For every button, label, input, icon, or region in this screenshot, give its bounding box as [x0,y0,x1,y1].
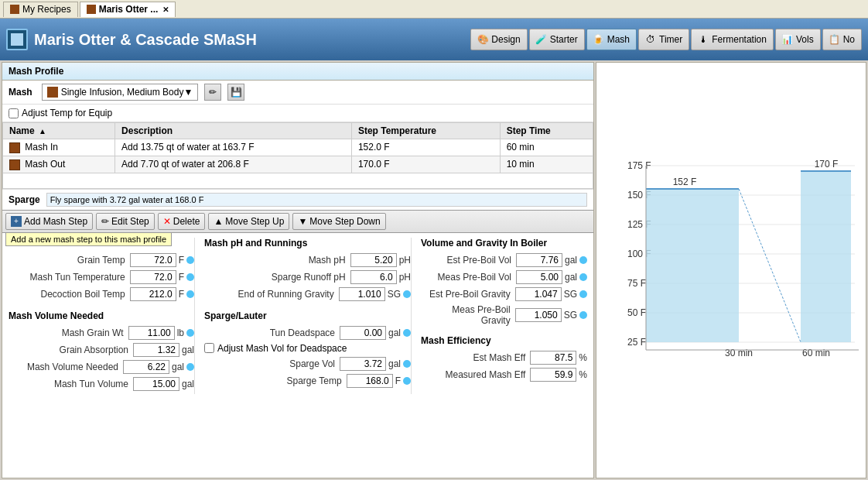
sparge-field[interactable] [46,193,587,207]
sparge-vol-row: Sparge Vol gal [204,357,411,371]
col1: Mash Initial Conditions Grain Temp F Mas… [9,238,194,394]
table-row[interactable]: Mash Out Add 7.70 qt of water at 206.8 F… [3,156,593,173]
mash-profile-dropdown[interactable]: Single Infusion, Medium Body ▼ [42,84,199,101]
tun-deadspace-row: Tun Deadspace gal [204,326,411,340]
grain-temp-dot [186,256,194,264]
meas-preboil-vol-unit: gal [565,272,577,283]
est-preboil-vol-unit: gal [565,255,577,266]
sparge-runoff-ph-label: Sparge Runoff pH [204,272,350,283]
mash-tun-volume-label: Mash Tun Volume [9,379,133,389]
row-step-temp: 152.0 F [351,139,500,156]
meas-preboil-gravity-dot [579,311,587,319]
row-name: Mash Out [3,156,115,173]
col-description[interactable]: Description [115,123,352,139]
app-header: Maris Otter & Cascade SMaSH 🎨 Design 🧪 S… [0,19,868,60]
mash-vol-needed-unit: gal [172,362,184,372]
meas-preboil-vol-label: Meas Pre-Boil Vol [421,272,516,283]
chart-container: 175 F 150 F 125 F 100 F 75 F 50 F 25 F [596,63,866,478]
sparge-vol-input[interactable] [340,357,386,371]
app-logo [6,29,28,50]
tab-my-recipes[interactable]: My Recipes [3,2,78,17]
grain-temp-input[interactable] [130,253,176,267]
meas-preboil-vol-input[interactable] [516,270,562,284]
est-mash-eff-label: Est Mash Eff [421,352,530,363]
vols-icon: 📊 [782,34,793,45]
add-mash-step-button[interactable]: + Add Mash Step [5,213,93,230]
row-step-temp: 170.0 F [351,156,500,173]
col3: Volume and Gravity In Boiler Est Pre-Boi… [411,238,587,394]
est-preboil-vol-row: Est Pre-Boil Vol gal [421,253,587,267]
adjust-temp-checkbox-label[interactable]: Adjust Temp for Equip [9,108,112,118]
nav-vols-button[interactable]: 📊 Vols [775,29,821,50]
decoction-boil-temp-input[interactable] [130,287,176,301]
est-preboil-vol-input[interactable] [516,253,562,267]
grain-absorption-label: Grain Absorption [9,345,133,355]
tab-bar: My Recipes Maris Otter ... ✕ [0,0,868,19]
table-row[interactable]: Mash In Add 13.75 qt of water at 163.7 F… [3,139,593,156]
nav-no-button[interactable]: 📋 No [822,29,862,50]
adjust-mash-vol-checkbox[interactable] [204,343,214,353]
sparge-vol-label: Sparge Vol [204,358,340,369]
meas-preboil-vol-row: Meas Pre-Boil Vol gal [421,270,587,284]
adjust-temp-row: Adjust Temp for Equip [2,105,593,122]
meas-preboil-gravity-unit: SG [564,310,577,321]
est-preboil-vol-label: Est Pre-Boil Vol [421,255,516,266]
nav-mash-button[interactable]: 🍺 Mash [586,29,637,50]
mash-grain-wt-input[interactable] [128,326,175,340]
move-down-button[interactable]: ▼ Move Step Down [292,213,385,230]
tun-deadspace-input[interactable] [340,326,386,340]
meas-preboil-gravity-input[interactable] [515,308,562,322]
no-icon: 📋 [829,34,840,45]
timer-icon: ⏱ [645,34,656,45]
est-preboil-gravity-row: Est Pre-Boil Gravity SG [421,287,587,301]
est-preboil-gravity-dot [579,290,587,298]
end-running-gravity-dot [403,290,411,298]
mash-profile-edit-button[interactable]: ✏ [204,84,221,101]
sparge-vol-unit: gal [388,358,401,369]
meas-preboil-gravity-row: Meas Pre-Boil Gravity SG [421,304,587,326]
col-step-temp[interactable]: Step Temperature [351,123,500,139]
mash-ph-input[interactable] [350,253,397,267]
mash-tun-temp-label: Mash Tun Temperature [9,272,130,283]
nav-design-button[interactable]: 🎨 Design [470,29,527,50]
est-mash-eff-input[interactable] [530,351,576,365]
est-mash-eff-unit: % [579,352,587,363]
sparge-runoff-ph-input[interactable] [350,270,397,284]
row-step-time: 60 min [500,139,593,156]
col-name[interactable]: Name ▲ [3,123,115,139]
form-area: Mash Initial Conditions Grain Temp F Mas… [2,233,593,399]
mash-tun-volume-input[interactable] [133,377,179,391]
grain-absorption-input[interactable] [133,343,179,357]
mash-vol-needed-input[interactable] [123,360,169,374]
end-running-gravity-row: End of Running Gravity SG [204,287,411,301]
tab-maris-otter[interactable]: Maris Otter ... ✕ [80,2,176,17]
mash-toolbar: + Add Mash Step ✏ Edit Step ✕ Delete ▲ M… [2,210,593,233]
tab-close-icon[interactable]: ✕ [162,5,169,14]
mash-grain-wt-row: Mash Grain Wt lb [9,326,194,340]
nav-starter-button[interactable]: 🧪 Starter [529,29,585,50]
delete-button[interactable]: ✕ Delete [158,213,206,230]
row-description: Add 13.75 qt of water at 163.7 F [115,139,352,156]
adjust-temp-checkbox[interactable] [9,108,19,118]
move-up-button[interactable]: ▲ Move Step Up [208,213,289,230]
nav-fermentation-button[interactable]: 🌡 Fermentation [691,29,774,50]
add-icon: + [11,216,22,227]
sparge-temp-input[interactable] [347,374,393,388]
est-preboil-gravity-input[interactable] [515,287,562,301]
col-step-time[interactable]: Step Time [500,123,593,139]
mash-profile-save-button[interactable]: 💾 [227,84,244,101]
mash-ph-unit: pH [399,255,411,266]
edit-step-button[interactable]: ✏ Edit Step [96,213,155,230]
est-mash-eff-row: Est Mash Eff % [421,351,587,365]
nav-timer-button[interactable]: ⏱ Timer [638,29,689,50]
tun-deadspace-dot [403,329,411,337]
mash-tun-temp-input[interactable] [130,270,176,284]
measured-mash-eff-input[interactable] [530,368,576,382]
mash-profile-icon [47,87,58,98]
app-logo-inner [11,33,23,46]
end-running-gravity-input[interactable] [339,287,385,301]
mash-controls: Mash Single Infusion, Medium Body ▼ ✏ 💾 [2,81,593,105]
sparge-temp-label: Sparge Temp [204,375,347,386]
sparge-temp-dot [403,377,411,385]
mash-steps-table: Name ▲ Description Step Temperature Step… [2,122,593,189]
